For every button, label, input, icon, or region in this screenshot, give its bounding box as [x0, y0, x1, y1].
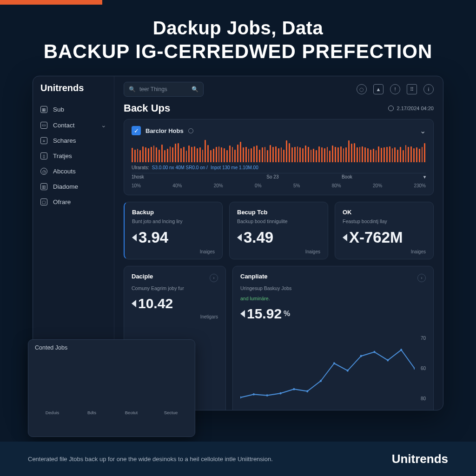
svg-point-12: [400, 349, 402, 351]
search-icon-right: 🔍: [192, 86, 198, 93]
clock-icon: [388, 106, 394, 111]
line-chart: 70 60 80 N-undos bytomPetsPechue20 scePr…: [240, 322, 426, 410]
info-dot-icon[interactable]: [188, 128, 193, 133]
search-icon: 🔍: [129, 86, 136, 93]
info-icon[interactable]: i: [423, 84, 434, 94]
briefcase-icon: ▭: [40, 122, 47, 129]
calendar-icon: ▦: [40, 106, 47, 113]
chevron-down-icon[interactable]: ▾: [352, 174, 426, 179]
triangle-left-icon: [343, 234, 347, 241]
axis-categories: 1hosk So 23 Book ▾: [132, 174, 426, 179]
svg-point-9: [360, 355, 362, 357]
sidebar-item-label: Contact: [53, 122, 75, 129]
overlay-chart-title: Conted Jobs: [35, 344, 188, 351]
sidebar-item-label: Sub: [53, 106, 64, 113]
triangle-left-icon: [237, 234, 242, 241]
legend: Ulrarats: S3.0.00 nx 40M SR0.0 on / Inpo…: [132, 165, 426, 173]
image-icon[interactable]: ▲: [373, 84, 383, 94]
topbar-icons: ◌ ▲ ! ⠿ i: [357, 84, 434, 94]
hero: Dackup Jobs, Data BACKUP IG-CERREDWED PR…: [0, 0, 476, 76]
brand-logo: Unitrends: [33, 83, 114, 102]
sidebar-item-contact[interactable]: ▭ Contact ⌄: [33, 117, 114, 133]
stat-card-becup[interactable]: Becup Tcb Backup bood tinnigulite 3.49 I…: [229, 202, 328, 259]
timestamp: 2.17/2024 04:20: [388, 106, 434, 111]
svg-point-6: [320, 380, 322, 382]
hero-title-1: Dackup Jobs, Data: [19, 18, 457, 39]
more-icon[interactable]: ›: [417, 274, 426, 282]
alert-icon[interactable]: !: [390, 84, 400, 94]
sidebar-item-tratjes[interactable]: ▯ Tratjes: [33, 148, 114, 164]
chevron-down-icon: ⌄: [101, 121, 106, 129]
apps-icon[interactable]: ⠿: [407, 84, 417, 94]
window-icon: ▢: [40, 198, 47, 205]
stat-card-ok[interactable]: OK Feastup bocdintj llay X-762M Inaiges: [335, 202, 434, 259]
sidebar-item-label: Tratjes: [53, 152, 72, 159]
sidebar-item-label: Schares: [53, 137, 76, 144]
mid-card-canpliate[interactable]: Canpliate › Uringesup Baskuy Jobs and lu…: [232, 266, 434, 410]
svg-point-3: [279, 392, 281, 395]
overlay-bars: DeduisBdtsBeotutSectue: [35, 355, 188, 415]
bookmark-icon: ▯: [40, 152, 47, 159]
stat-cards-row: Backup Bunt joto and lncing liry 3.94 In…: [124, 202, 434, 259]
chevron-down-icon[interactable]: ⌄: [420, 126, 426, 135]
triangle-left-icon: [240, 310, 245, 317]
triangle-left-icon: [132, 234, 137, 241]
page-heading: Back Ups 2.17/2024 04:20: [124, 102, 434, 114]
sidebar-item-abcouts[interactable]: ◷ Abcouts: [33, 164, 114, 179]
stat-card-backup[interactable]: Backup Bunt joto and lncing liry 3.94 In…: [124, 202, 223, 259]
timeline-panel: ✓ Barclor Hobs ⌄ Ulrarats: S3.0.00 nx 40…: [124, 119, 434, 195]
svg-point-7: [333, 362, 335, 364]
page-title: Back Ups: [124, 102, 170, 114]
footer-brand: Unitrends: [392, 452, 448, 466]
axis-ticks: 10%40%20%0%5%80%20%230%: [132, 183, 426, 188]
timeline-bars: [132, 140, 426, 162]
line-path: [240, 337, 415, 410]
search-input[interactable]: 🔍 teer Things 🔍: [124, 82, 204, 97]
sidebar-item-label: Diadome: [53, 183, 78, 190]
sidebar-item-diadome[interactable]: ▥ Diadome: [33, 179, 114, 194]
clock-icon: ◷: [40, 168, 47, 175]
svg-point-0: [240, 397, 241, 399]
footer-text: Centerated file Jtobs back up for one th…: [28, 456, 273, 463]
list-icon: ≡: [40, 137, 47, 144]
topbar: 🔍 teer Things 🔍 ◌ ▲ ! ⠿ i: [114, 76, 443, 102]
triangle-left-icon: [132, 300, 136, 307]
checkbox-checked-icon[interactable]: ✓: [132, 126, 141, 135]
sidebar-item-schares[interactable]: ≡ Schares: [33, 133, 114, 148]
overlay-bar-chart: Conted Jobs DeduisBdtsBeotutSectue: [28, 339, 195, 437]
user-icon[interactable]: ◌: [357, 84, 367, 94]
sidebar-item-label: Abcouts: [53, 168, 76, 175]
panel-title: Barclor Hobs: [145, 127, 184, 134]
sidebar-item-label: Ofrare: [53, 198, 71, 205]
sidebar-item-ofrare[interactable]: ▢ Ofrare: [33, 194, 114, 210]
svg-point-1: [253, 393, 255, 396]
accent-bar: [0, 0, 102, 5]
svg-point-4: [293, 388, 295, 390]
svg-point-2: [266, 394, 268, 397]
search-placeholder: teer Things: [139, 86, 167, 93]
sidebar-item-sub[interactable]: ▦ Sub: [33, 102, 114, 117]
svg-point-10: [373, 351, 375, 353]
grid-icon: ▥: [40, 183, 47, 190]
hero-title-2: BACKUP IG-CERREDWED PREFECTION: [19, 40, 457, 63]
svg-point-5: [306, 390, 308, 392]
footer: Centerated file Jtobs back up for one th…: [0, 442, 476, 476]
more-icon[interactable]: ›: [210, 274, 218, 282]
svg-point-11: [387, 359, 389, 362]
svg-point-8: [347, 370, 349, 372]
